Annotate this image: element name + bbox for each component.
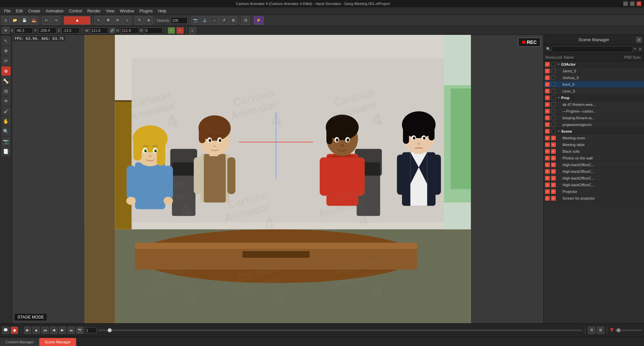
bone-lt-btn[interactable]: 🦴 — [1, 76, 11, 86]
bsofa-lock-check[interactable]: ✓ — [551, 149, 556, 154]
jared-show-check[interactable]: ✓ — [545, 69, 550, 73]
tree-item-photos-wall[interactable]: ✓ ✓ Photos on the wall — [544, 155, 644, 161]
rec-button[interactable]: REC — [518, 38, 541, 47]
export-button[interactable]: 📤 — [30, 16, 38, 25]
stop-btn[interactable]: ■ — [33, 327, 40, 334]
tree-group-g3actor[interactable]: ✓ ▼ G3Actor — [544, 61, 644, 68]
snap-btn[interactable]: ✓ — [168, 27, 175, 34]
lock-aspect-btn[interactable]: 🔗 — [110, 28, 115, 33]
hand-lt-btn[interactable]: ✋ — [1, 117, 11, 126]
grid-lt-btn[interactable]: ⊞ — [1, 86, 11, 96]
z-input[interactable] — [61, 27, 80, 33]
grid-button[interactable]: ⊞ — [229, 16, 237, 25]
ak47-show-check[interactable]: ✓ — [545, 102, 550, 107]
new-button[interactable]: 🗋 — [1, 16, 10, 25]
leon-lock-check[interactable] — [551, 89, 556, 93]
mirror-button[interactable]: ↔ — [210, 16, 219, 25]
g3actor-expand[interactable]: ▼ — [557, 63, 560, 66]
move-tool[interactable]: ✥ — [104, 16, 112, 25]
prop-expand[interactable]: ▼ — [557, 96, 560, 99]
menu-animation[interactable]: Animation — [43, 8, 66, 14]
move-lt-btn[interactable]: ✥ — [1, 46, 11, 56]
layer-lt-btn[interactable]: 📑 — [1, 147, 11, 156]
scene-manager-close[interactable]: ✕ — [636, 37, 642, 43]
scene-manager-tab[interactable]: Scene Manager — [39, 338, 76, 346]
tree-item-leon[interactable]: ✓ Leon_S — [544, 88, 644, 94]
hb1-lock-check[interactable]: ✓ — [551, 162, 556, 167]
joshua-lock-check[interactable] — [551, 75, 556, 80]
capture-btn[interactable]: 📷 — [76, 327, 84, 334]
redo-button[interactable]: ↪ — [51, 16, 60, 25]
mroom-lock-check[interactable]: ✓ — [551, 136, 556, 140]
timeline-track[interactable] — [98, 330, 582, 331]
tree-item-pngtree[interactable]: ✓ —Pngtree—cartoo... — [544, 108, 644, 115]
joshua-show-check[interactable]: ✓ — [545, 75, 550, 80]
tree-item-meeting-room[interactable]: ✓ ✓ Meeting room — [544, 135, 644, 141]
tree-item-meeting-table[interactable]: ✓ ✓ Meeting table — [544, 141, 644, 148]
opacity-input[interactable] — [171, 17, 187, 24]
next-frame-btn[interactable]: ▶ — [59, 327, 66, 334]
undo-button[interactable]: ↩ — [42, 16, 51, 25]
kisspng-lock-check[interactable] — [551, 116, 556, 120]
g3actor-lock-check[interactable] — [551, 62, 556, 67]
ak47-lock-check[interactable] — [551, 102, 556, 107]
tree-item-kent[interactable]: ✓ Kent_S — [544, 81, 644, 88]
hb2-show-check[interactable]: ✓ — [545, 169, 550, 174]
tree-item-highback4[interactable]: ✓ ✓ High-backOfficeC... — [544, 182, 644, 188]
kent-lock-check[interactable] — [551, 82, 556, 87]
menu-help[interactable]: Help — [155, 8, 169, 14]
tree-item-highback2[interactable]: ✓ ✓ High-backOfficeC... — [544, 168, 644, 175]
open-button[interactable]: 📂 — [11, 16, 19, 25]
tree-item-projector[interactable]: ✓ ✓ Projector — [544, 188, 644, 195]
proj-show-check[interactable]: ✓ — [545, 189, 550, 194]
rotate-lt-btn[interactable]: ⟳ — [1, 56, 11, 66]
w-input[interactable] — [90, 27, 108, 33]
menu-file[interactable]: File — [1, 8, 13, 14]
proj-lock-check[interactable]: ✓ — [551, 189, 556, 194]
prop-lock-check[interactable] — [551, 95, 556, 100]
menu-edit[interactable]: Edit — [13, 8, 25, 14]
eye-tool[interactable]: 👁 — [144, 16, 153, 25]
pngtree-lock-check[interactable] — [551, 109, 556, 114]
mini-track[interactable] — [615, 330, 642, 331]
hb4-lock-check[interactable]: ✓ — [551, 183, 556, 187]
export-tl-btn[interactable]: ⊞ — [597, 327, 604, 334]
tree-item-black-sofa[interactable]: ✓ ✓ Black sofa — [544, 148, 644, 155]
screen-show-check[interactable]: ✓ — [545, 196, 550, 201]
mini-thumb[interactable] — [616, 328, 621, 332]
active-lt-btn[interactable]: ⊕ — [1, 66, 11, 76]
edit-motion[interactable]: ✎ — [135, 16, 144, 25]
chat-btn[interactable]: 💬 — [2, 327, 9, 334]
prev-frame-btn[interactable]: ◀ — [50, 327, 57, 334]
select-tool[interactable]: ↖ — [94, 16, 103, 25]
tree-item-jared[interactable]: ✓ Jared_S — [544, 68, 644, 74]
snap2-btn[interactable]: ✓ — [176, 27, 184, 34]
kisspng-show-check[interactable]: ✓ — [545, 116, 550, 120]
camera-button[interactable]: 📷 — [191, 16, 200, 25]
pngwave-show-check[interactable]: ✓ — [545, 122, 550, 127]
split-button[interactable]: ⊟ — [241, 16, 250, 25]
h-input[interactable] — [120, 27, 139, 33]
frame-input[interactable] — [85, 327, 97, 333]
tree-item-highback1[interactable]: ✓ ✓ High-backOfficeC... — [544, 161, 644, 168]
jared-lock-check[interactable] — [551, 69, 556, 73]
mtable-show-check[interactable]: ✓ — [545, 142, 550, 147]
bsofa-show-check[interactable]: ✓ — [545, 149, 550, 154]
screen-lock-check[interactable]: ✓ — [551, 196, 556, 201]
menu-render[interactable]: Render — [85, 8, 103, 14]
brush-lt-btn[interactable]: 🖌 — [1, 107, 11, 116]
record-button[interactable]: ■ — [64, 16, 91, 25]
search-input[interactable] — [552, 46, 633, 52]
tree-item-pngwave[interactable]: ✓ pngwavemagnum — [544, 121, 644, 128]
menu-plugins[interactable]: Plugins — [137, 8, 155, 14]
search-options-icon[interactable]: ⊞ — [639, 47, 642, 51]
tree-item-kisspng[interactable]: ✓ kisspng-firearm-w... — [544, 115, 644, 121]
r-input[interactable] — [144, 27, 163, 33]
menu-view[interactable]: View — [103, 8, 117, 14]
tree-item-joshua[interactable]: ✓ Joshua_S — [544, 74, 644, 81]
photos-lock-check[interactable]: ✓ — [551, 156, 556, 160]
save-button[interactable]: 💾 — [20, 16, 29, 25]
scene-show-check[interactable]: ✓ — [545, 129, 550, 134]
play-btn[interactable]: ▶ — [24, 327, 31, 334]
prev-keyframe-btn[interactable]: ⏮ — [41, 327, 49, 334]
